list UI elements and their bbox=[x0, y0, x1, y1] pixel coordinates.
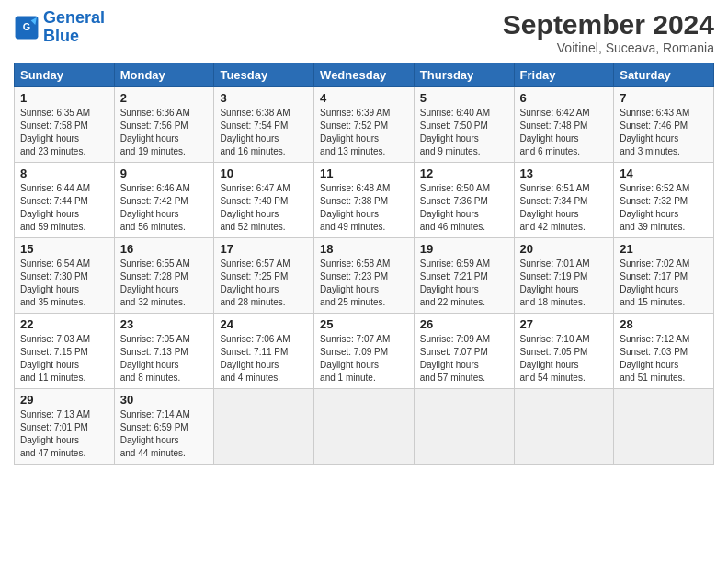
calendar-cell: 14Sunrise: 6:52 AMSunset: 7:32 PMDayligh… bbox=[614, 163, 714, 238]
calendar-cell: 17Sunrise: 6:57 AMSunset: 7:25 PMDayligh… bbox=[214, 238, 314, 314]
calendar-cell: 4Sunrise: 6:39 AMSunset: 7:52 PMDaylight… bbox=[314, 87, 415, 163]
day-info: Sunrise: 6:52 AMSunset: 7:32 PMDaylight … bbox=[620, 182, 708, 234]
col-tuesday: Tuesday bbox=[214, 63, 314, 87]
day-number: 1 bbox=[20, 91, 108, 105]
day-number: 25 bbox=[320, 317, 408, 331]
calendar-cell: 18Sunrise: 6:58 AMSunset: 7:23 PMDayligh… bbox=[314, 238, 415, 314]
week-row-2: 8Sunrise: 6:44 AMSunset: 7:44 PMDaylight… bbox=[15, 163, 714, 238]
calendar-cell: 28Sunrise: 7:12 AMSunset: 7:03 PMDayligh… bbox=[614, 314, 714, 389]
header: G General Blue September 2024 Voitinel, … bbox=[14, 9, 714, 55]
calendar-cell: 19Sunrise: 6:59 AMSunset: 7:21 PMDayligh… bbox=[414, 238, 514, 314]
day-number: 15 bbox=[20, 242, 108, 256]
calendar-cell: 13Sunrise: 6:51 AMSunset: 7:34 PMDayligh… bbox=[514, 163, 614, 238]
calendar-body: 1Sunrise: 6:35 AMSunset: 7:58 PMDaylight… bbox=[15, 87, 714, 465]
calendar-cell: 8Sunrise: 6:44 AMSunset: 7:44 PMDaylight… bbox=[15, 163, 115, 238]
day-number: 10 bbox=[220, 167, 308, 180]
day-number: 12 bbox=[420, 167, 508, 180]
day-number: 3 bbox=[220, 91, 308, 105]
day-number: 20 bbox=[520, 242, 609, 256]
calendar-cell bbox=[614, 389, 714, 465]
calendar-cell: 11Sunrise: 6:48 AMSunset: 7:38 PMDayligh… bbox=[314, 163, 415, 238]
day-number: 19 bbox=[420, 242, 508, 256]
day-number: 16 bbox=[120, 242, 209, 256]
calendar-cell bbox=[214, 389, 314, 465]
day-info: Sunrise: 7:07 AMSunset: 7:09 PMDaylight … bbox=[320, 333, 408, 385]
col-friday: Friday bbox=[514, 63, 614, 87]
calendar-cell bbox=[314, 389, 415, 465]
day-number: 11 bbox=[320, 167, 408, 180]
day-number: 26 bbox=[420, 317, 508, 331]
calendar-cell: 22Sunrise: 7:03 AMSunset: 7:15 PMDayligh… bbox=[15, 314, 115, 389]
calendar-cell: 7Sunrise: 6:43 AMSunset: 7:46 PMDaylight… bbox=[614, 87, 714, 163]
day-info: Sunrise: 6:40 AMSunset: 7:50 PMDaylight … bbox=[420, 107, 508, 158]
col-sunday: Sunday bbox=[15, 63, 115, 87]
calendar-cell: 25Sunrise: 7:07 AMSunset: 7:09 PMDayligh… bbox=[314, 314, 415, 389]
day-number: 18 bbox=[320, 242, 408, 256]
day-number: 27 bbox=[520, 317, 609, 331]
day-info: Sunrise: 7:14 AMSunset: 6:59 PMDaylight … bbox=[120, 408, 209, 460]
week-row-5: 29Sunrise: 7:13 AMSunset: 7:01 PMDayligh… bbox=[15, 389, 714, 465]
calendar-cell: 21Sunrise: 7:02 AMSunset: 7:17 PMDayligh… bbox=[614, 238, 714, 314]
day-info: Sunrise: 6:39 AMSunset: 7:52 PMDaylight … bbox=[320, 107, 408, 158]
calendar-cell: 15Sunrise: 6:54 AMSunset: 7:30 PMDayligh… bbox=[15, 238, 115, 314]
title-block: September 2024 Voitinel, Suceava, Romani… bbox=[503, 9, 714, 55]
logo-blue: Blue bbox=[43, 28, 105, 46]
calendar-cell: 20Sunrise: 7:01 AMSunset: 7:19 PMDayligh… bbox=[514, 238, 614, 314]
calendar-cell bbox=[414, 389, 514, 465]
calendar-cell: 26Sunrise: 7:09 AMSunset: 7:07 PMDayligh… bbox=[414, 314, 514, 389]
col-wednesday: Wednesday bbox=[314, 63, 415, 87]
day-info: Sunrise: 6:38 AMSunset: 7:54 PMDaylight … bbox=[220, 107, 308, 158]
day-info: Sunrise: 7:13 AMSunset: 7:01 PMDaylight … bbox=[20, 408, 108, 460]
day-info: Sunrise: 7:06 AMSunset: 7:11 PMDaylight … bbox=[220, 333, 308, 385]
day-number: 5 bbox=[420, 91, 508, 105]
day-number: 8 bbox=[20, 167, 108, 180]
day-info: Sunrise: 7:02 AMSunset: 7:17 PMDaylight … bbox=[620, 258, 708, 309]
day-number: 2 bbox=[120, 91, 209, 105]
day-number: 4 bbox=[320, 91, 408, 105]
day-info: Sunrise: 6:54 AMSunset: 7:30 PMDaylight … bbox=[20, 258, 108, 309]
day-number: 6 bbox=[520, 91, 609, 105]
calendar-cell: 2Sunrise: 6:36 AMSunset: 7:56 PMDaylight… bbox=[114, 87, 214, 163]
week-row-1: 1Sunrise: 6:35 AMSunset: 7:58 PMDaylight… bbox=[15, 87, 714, 163]
day-info: Sunrise: 6:44 AMSunset: 7:44 PMDaylight … bbox=[20, 182, 108, 234]
day-info: Sunrise: 7:01 AMSunset: 7:19 PMDaylight … bbox=[520, 258, 609, 309]
calendar-cell: 29Sunrise: 7:13 AMSunset: 7:01 PMDayligh… bbox=[15, 389, 115, 465]
calendar-cell: 3Sunrise: 6:38 AMSunset: 7:54 PMDaylight… bbox=[214, 87, 314, 163]
day-info: Sunrise: 6:51 AMSunset: 7:34 PMDaylight … bbox=[520, 182, 609, 234]
location: Voitinel, Suceava, Romania bbox=[503, 40, 714, 55]
day-info: Sunrise: 7:10 AMSunset: 7:05 PMDaylight … bbox=[520, 333, 609, 385]
calendar-cell: 9Sunrise: 6:46 AMSunset: 7:42 PMDaylight… bbox=[114, 163, 214, 238]
day-number: 28 bbox=[620, 317, 708, 331]
month-title: September 2024 bbox=[503, 9, 714, 40]
week-row-4: 22Sunrise: 7:03 AMSunset: 7:15 PMDayligh… bbox=[15, 314, 714, 389]
header-row: Sunday Monday Tuesday Wednesday Thursday… bbox=[15, 63, 714, 87]
calendar-header: Sunday Monday Tuesday Wednesday Thursday… bbox=[15, 63, 714, 87]
logo-icon: G bbox=[14, 15, 40, 40]
svg-text:G: G bbox=[23, 21, 30, 32]
col-monday: Monday bbox=[114, 63, 214, 87]
day-number: 23 bbox=[120, 317, 209, 331]
day-number: 21 bbox=[620, 242, 708, 256]
day-number: 30 bbox=[120, 393, 209, 407]
calendar-cell bbox=[514, 389, 614, 465]
day-info: Sunrise: 7:05 AMSunset: 7:13 PMDaylight … bbox=[120, 333, 209, 385]
day-info: Sunrise: 6:48 AMSunset: 7:38 PMDaylight … bbox=[320, 182, 408, 234]
day-info: Sunrise: 6:47 AMSunset: 7:40 PMDaylight … bbox=[220, 182, 308, 234]
calendar-cell: 24Sunrise: 7:06 AMSunset: 7:11 PMDayligh… bbox=[214, 314, 314, 389]
day-info: Sunrise: 7:12 AMSunset: 7:03 PMDaylight … bbox=[620, 333, 708, 385]
col-thursday: Thursday bbox=[414, 63, 514, 87]
col-saturday: Saturday bbox=[614, 63, 714, 87]
day-number: 7 bbox=[620, 91, 708, 105]
calendar-cell: 27Sunrise: 7:10 AMSunset: 7:05 PMDayligh… bbox=[514, 314, 614, 389]
day-number: 14 bbox=[620, 167, 708, 180]
logo-general: General bbox=[43, 8, 105, 27]
logo-text: General Blue bbox=[43, 9, 105, 46]
logo: G General Blue bbox=[14, 9, 105, 46]
calendar-cell: 23Sunrise: 7:05 AMSunset: 7:13 PMDayligh… bbox=[114, 314, 214, 389]
day-info: Sunrise: 6:42 AMSunset: 7:48 PMDaylight … bbox=[520, 107, 609, 158]
day-info: Sunrise: 7:09 AMSunset: 7:07 PMDaylight … bbox=[420, 333, 508, 385]
day-info: Sunrise: 7:03 AMSunset: 7:15 PMDaylight … bbox=[20, 333, 108, 385]
day-info: Sunrise: 6:58 AMSunset: 7:23 PMDaylight … bbox=[320, 258, 408, 309]
day-info: Sunrise: 6:50 AMSunset: 7:36 PMDaylight … bbox=[420, 182, 508, 234]
calendar-container: G General Blue September 2024 Voitinel, … bbox=[0, 0, 728, 474]
